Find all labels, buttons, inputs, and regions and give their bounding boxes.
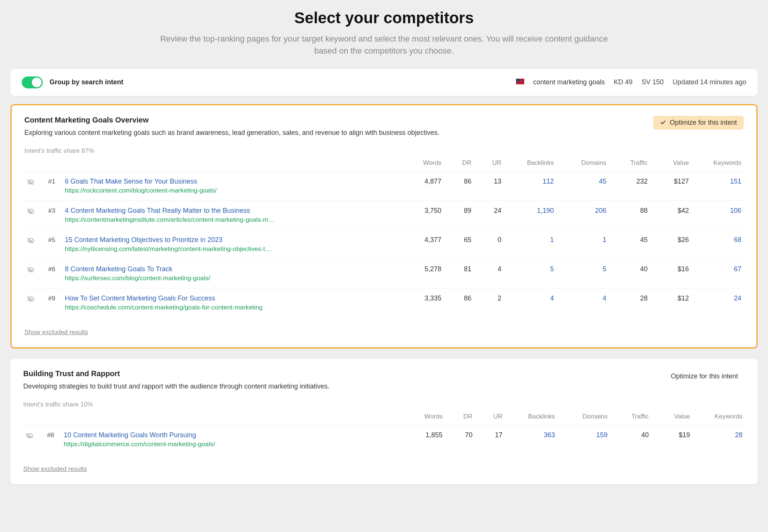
cell-domains[interactable]: 206 <box>556 200 609 230</box>
cell-domains[interactable]: 5 <box>556 259 609 288</box>
cell-dr: 65 <box>444 230 474 259</box>
col-traffic[interactable]: Traffic <box>610 413 651 425</box>
cell-keywords[interactable]: 24 <box>691 288 744 317</box>
result-title-link[interactable]: 10 Content Marketing Goals Worth Pursuin… <box>64 431 401 439</box>
check-icon <box>660 120 666 126</box>
result-title-link[interactable]: 4 Content Marketing Goals That Really Ma… <box>65 207 400 215</box>
hide-result-icon[interactable] <box>27 236 35 244</box>
col-value[interactable]: Value <box>651 413 692 425</box>
hide-result-icon[interactable] <box>27 294 35 303</box>
col-keywords[interactable]: Keywords <box>691 159 744 172</box>
show-excluded-link[interactable]: Show excluded results <box>24 329 88 336</box>
cell-value: $12 <box>650 288 691 317</box>
cell-ur: 4 <box>474 259 504 288</box>
col-page <box>63 159 402 172</box>
table-row: #9 How To Set Content Marketing Goals Fo… <box>24 288 744 317</box>
page-header: Select your competitors Review the top-r… <box>10 0 758 69</box>
col-eye <box>23 413 40 425</box>
result-title-link[interactable]: How To Set Content Marketing Goals For S… <box>65 294 400 302</box>
traffic-share-label: Intent's traffic share 10% <box>23 401 745 408</box>
intent-title: Content Marketing Goals Overview <box>24 116 440 124</box>
col-rank <box>41 159 63 172</box>
col-ur[interactable]: UR <box>475 413 505 425</box>
rank-label: #5 <box>48 236 56 244</box>
intent-group: Building Trust and RapportDeveloping str… <box>10 359 758 484</box>
group-by-intent-toggle[interactable] <box>22 76 43 88</box>
updated-timestamp: Updated 14 minutes ago <box>673 78 746 86</box>
cell-keywords[interactable]: 106 <box>691 200 744 230</box>
cell-keywords[interactable]: 68 <box>691 230 744 259</box>
cell-dr: 70 <box>445 425 475 454</box>
cell-ur: 13 <box>474 171 504 200</box>
hide-result-icon[interactable] <box>26 431 34 439</box>
cell-words: 4,377 <box>402 230 444 259</box>
intent-group-header: Building Trust and RapportDeveloping str… <box>23 369 745 401</box>
cell-value: $42 <box>650 200 691 230</box>
col-keywords[interactable]: Keywords <box>692 413 745 425</box>
cell-keywords[interactable]: 67 <box>691 259 744 288</box>
col-words[interactable]: Words <box>402 159 444 172</box>
hide-result-icon[interactable] <box>27 207 35 215</box>
result-url[interactable]: https://nytlicensing.com/latest/marketin… <box>65 245 335 253</box>
country-flag-us <box>516 78 524 86</box>
hide-result-icon[interactable] <box>27 265 35 273</box>
optimize-for-intent-button[interactable]: Optimize for this intent <box>664 369 745 383</box>
table-row: #1 6 Goals That Make Sense for Your Busi… <box>24 171 744 200</box>
sv-metric: SV 150 <box>642 78 664 86</box>
result-url[interactable]: https://surferseo.com/blog/content-marke… <box>65 275 335 282</box>
cell-value: $26 <box>650 230 691 259</box>
cell-value: $16 <box>650 259 691 288</box>
col-backlinks[interactable]: Backlinks <box>505 413 557 425</box>
cell-traffic: 28 <box>609 288 650 317</box>
cell-ur: 2 <box>474 288 504 317</box>
table-row: #6 8 Content Marketing Goals To Track ht… <box>24 259 744 288</box>
result-title-link[interactable]: 15 Content Marketing Objectives to Prior… <box>65 236 400 244</box>
col-backlinks[interactable]: Backlinks <box>504 159 556 172</box>
col-domains[interactable]: Domains <box>556 159 609 172</box>
cell-backlinks[interactable]: 363 <box>505 425 557 454</box>
cell-domains[interactable]: 1 <box>556 230 609 259</box>
col-traffic[interactable]: Traffic <box>609 159 650 172</box>
flag-us-icon <box>516 79 524 84</box>
cell-domains[interactable]: 159 <box>557 425 610 454</box>
col-ur[interactable]: UR <box>474 159 504 172</box>
cell-ur: 17 <box>475 425 505 454</box>
result-url[interactable]: https://rockcontent.com/blog/content-mar… <box>65 187 335 194</box>
cell-keywords[interactable]: 151 <box>691 171 744 200</box>
cell-value: $127 <box>650 171 691 200</box>
result-url[interactable]: https://contentmarketinginstitute.com/ar… <box>65 216 335 224</box>
col-value[interactable]: Value <box>650 159 691 172</box>
cell-domains[interactable]: 4 <box>556 288 609 317</box>
col-dr[interactable]: DR <box>445 413 475 425</box>
result-title-link[interactable]: 6 Goals That Make Sense for Your Busines… <box>65 178 400 185</box>
cell-domains[interactable]: 45 <box>556 171 609 200</box>
cell-backlinks[interactable]: 112 <box>504 171 556 200</box>
hide-result-icon[interactable] <box>27 178 35 186</box>
cell-keywords[interactable]: 28 <box>692 425 745 454</box>
cell-dr: 81 <box>444 259 474 288</box>
kd-metric: KD 49 <box>614 78 633 86</box>
rank-label: #1 <box>48 178 56 185</box>
show-excluded-link[interactable]: Show excluded results <box>23 465 87 473</box>
intent-group: Content Marketing Goals OverviewExplorin… <box>10 104 758 348</box>
page-subtitle: Review the top-ranking pages for your ta… <box>159 33 609 57</box>
col-page <box>62 413 404 425</box>
cell-traffic: 45 <box>609 230 650 259</box>
col-domains[interactable]: Domains <box>557 413 610 425</box>
table-row: #8 10 Content Marketing Goals Worth Purs… <box>23 425 745 454</box>
col-rank <box>40 413 62 425</box>
result-url[interactable]: https://coschedule.com/content-marketing… <box>65 304 335 311</box>
cell-backlinks[interactable]: 5 <box>504 259 556 288</box>
col-dr[interactable]: DR <box>444 159 474 172</box>
cell-backlinks[interactable]: 1,190 <box>504 200 556 230</box>
optimize-for-intent-button[interactable]: Optimize for this intent <box>653 116 744 130</box>
rank-label: #3 <box>48 207 56 214</box>
col-words[interactable]: Words <box>404 413 445 425</box>
rank-label: #8 <box>47 432 54 439</box>
results-table: Words DR UR Backlinks Domains Traffic Va… <box>24 159 744 317</box>
result-title-link[interactable]: 8 Content Marketing Goals To Track <box>65 265 400 273</box>
result-url[interactable]: https://digitalcommerce.com/content-mark… <box>64 441 334 448</box>
cell-backlinks[interactable]: 1 <box>504 230 556 259</box>
traffic-share-label: Intent's traffic share 87% <box>24 147 744 155</box>
cell-backlinks[interactable]: 4 <box>504 288 556 317</box>
